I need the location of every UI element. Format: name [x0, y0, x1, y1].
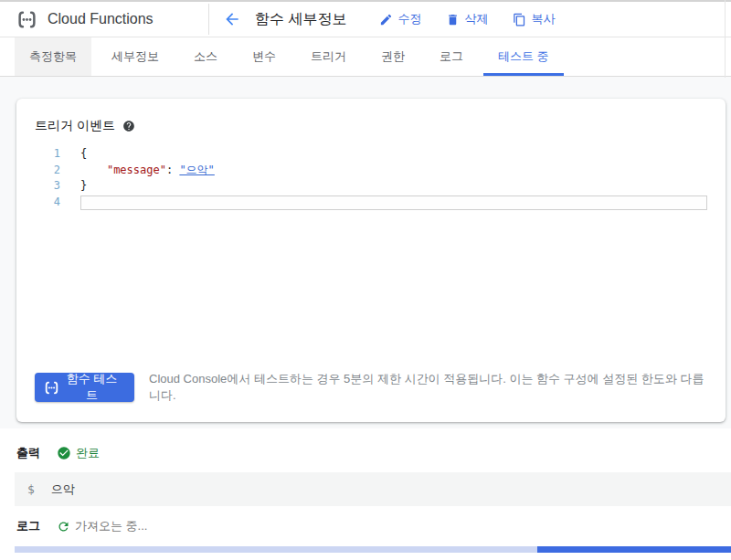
- logs-status-label: 가져오는 중...: [75, 518, 147, 534]
- output-status-label: 완료: [76, 445, 100, 461]
- tab-permissions[interactable]: 권한: [366, 37, 419, 76]
- edit-button[interactable]: 수정: [379, 11, 421, 27]
- arrow-left-icon: [223, 10, 241, 28]
- output-title: 출력: [16, 445, 57, 461]
- page-title: 함수 세부정보: [255, 10, 346, 29]
- edit-button-label: 수정: [397, 11, 421, 27]
- brand: Cloud Functions: [0, 9, 208, 30]
- line-number: 4: [35, 195, 60, 211]
- empty-line-input[interactable]: [80, 195, 707, 210]
- code-line-4: 4: [35, 195, 707, 211]
- app-header: Cloud Functions 함수 세부정보 수정: [0, 0, 731, 37]
- progress-fill: [537, 546, 731, 553]
- trash-icon: [446, 13, 460, 26]
- tab-metrics[interactable]: 측정항목: [15, 37, 91, 76]
- tab-variables[interactable]: 변수: [238, 37, 291, 76]
- right-edge-divider: [725, 0, 726, 78]
- copy-icon: [513, 13, 526, 26]
- code-line-2: 2 "message": "으악": [35, 163, 707, 179]
- json-value: "으악": [179, 164, 214, 176]
- tab-trigger[interactable]: 트리거: [296, 37, 361, 76]
- test-function-button[interactable]: 함수 테스트: [35, 373, 134, 402]
- logs-section-header: 로그 가져오는 중...: [16, 518, 731, 534]
- header-actions: 수정 삭제 복사: [379, 11, 555, 27]
- tab-testing[interactable]: 테스트 중: [483, 37, 564, 76]
- tab-details[interactable]: 세부정보: [97, 37, 174, 76]
- line-number: 2: [35, 163, 60, 179]
- output-terminal: $ 으악: [15, 472, 731, 506]
- header-divider: [208, 4, 209, 35]
- copy-button[interactable]: 복사: [513, 11, 555, 27]
- trigger-event-title: 트리거 이벤트: [35, 118, 115, 134]
- help-icon[interactable]: [122, 120, 135, 132]
- pencil-icon: [379, 13, 393, 26]
- code-line-3: 3 }: [35, 178, 707, 195]
- code-text: "message": "으악": [60, 163, 215, 179]
- check-circle-icon: [57, 446, 71, 460]
- test-function-button-label: 함수 테스트: [62, 371, 122, 404]
- delete-button[interactable]: 삭제: [446, 11, 488, 27]
- back-button[interactable]: [221, 8, 243, 30]
- copy-button-label: 복사: [531, 11, 555, 27]
- delete-button-label: 삭제: [464, 11, 488, 27]
- line-number: 1: [35, 146, 60, 163]
- output-status: 완료: [57, 445, 100, 461]
- json-separator: :: [166, 164, 179, 176]
- terminal-prompt: $: [27, 482, 35, 496]
- tab-source[interactable]: 소스: [179, 37, 232, 76]
- tab-logs[interactable]: 로그: [425, 37, 478, 76]
- cloud-functions-icon: [44, 380, 59, 396]
- code-text: }: [60, 178, 87, 195]
- cloud-functions-logo-icon: [16, 9, 37, 30]
- logs-progress-bar: [15, 546, 731, 553]
- terminal-output-text: 으악: [51, 481, 75, 498]
- refresh-icon: [57, 520, 70, 534]
- logs-status: 가져오는 중...: [57, 518, 147, 534]
- product-name: Cloud Functions: [48, 11, 154, 27]
- tab-bar: 측정항목 세부정보 소스 변수 트리거 권한 로그 테스트 중: [0, 37, 731, 77]
- line-number: 3: [35, 178, 60, 195]
- content-band: 트리거 이벤트 1 { 2 "message": "으악" 3: [0, 77, 731, 428]
- code-indent: [80, 164, 107, 176]
- logs-title: 로그: [16, 518, 57, 534]
- code-text: {: [60, 146, 87, 163]
- test-limit-note: Cloud Console에서 테스트하는 경우 5분의 제한 시간이 적용됩니…: [149, 371, 707, 404]
- output-section-header: 출력 완료: [16, 445, 731, 461]
- trigger-event-editor[interactable]: 1 { 2 "message": "으악" 3 } 4: [35, 146, 707, 371]
- trigger-event-card: 트리거 이벤트 1 { 2 "message": "으악" 3: [16, 99, 726, 422]
- code-line-1: 1 {: [35, 146, 707, 163]
- json-key: "message": [107, 164, 166, 176]
- cloud-functions-page: Cloud Functions 함수 세부정보 수정: [0, 0, 731, 560]
